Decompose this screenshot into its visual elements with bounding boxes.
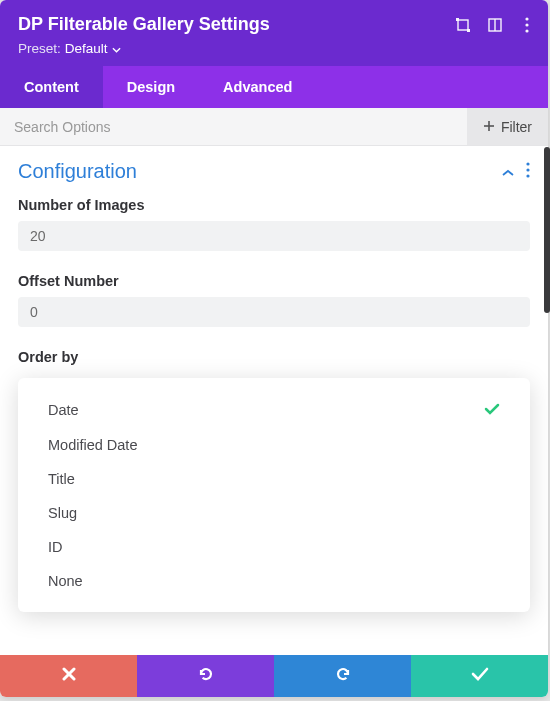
option-label: None (48, 573, 83, 589)
tab-content[interactable]: Content (0, 66, 103, 108)
scrollbar-thumb[interactable] (544, 147, 550, 313)
orderby-option-id[interactable]: ID (18, 530, 530, 564)
preset-row[interactable]: Preset: Default (18, 41, 530, 56)
svg-rect-0 (458, 20, 468, 30)
num-images-input[interactable] (18, 221, 530, 251)
section-title: Configuration (18, 160, 137, 183)
option-label: Slug (48, 505, 77, 521)
orderby-option-modified-date[interactable]: Modified Date (18, 428, 530, 462)
orderby-option-date[interactable]: Date (18, 392, 530, 428)
undo-icon (197, 665, 215, 688)
filter-label: Filter (501, 119, 532, 135)
svg-point-11 (526, 168, 529, 171)
collapse-icon[interactable] (502, 164, 514, 180)
svg-rect-2 (467, 29, 470, 32)
offset-input[interactable] (18, 297, 530, 327)
redo-icon (334, 665, 352, 688)
orderby-label: Order by (18, 349, 530, 365)
option-label: ID (48, 539, 63, 555)
offset-label: Offset Number (18, 273, 530, 289)
orderby-option-title[interactable]: Title (18, 462, 530, 496)
redo-button[interactable] (274, 655, 411, 697)
responsive-icon[interactable] (454, 16, 472, 34)
option-label: Modified Date (48, 437, 137, 453)
svg-point-10 (526, 162, 529, 165)
checkmark-icon (484, 401, 500, 419)
section-more-icon[interactable] (526, 162, 530, 182)
cancel-button[interactable] (0, 655, 137, 697)
plus-icon (483, 119, 495, 135)
more-icon[interactable] (518, 16, 536, 34)
svg-point-7 (525, 29, 528, 32)
option-label: Date (48, 402, 79, 418)
tab-design[interactable]: Design (103, 66, 199, 108)
orderby-dropdown: Date Modified Date Title Slug ID None (18, 378, 530, 612)
num-images-label: Number of Images (18, 197, 530, 213)
filter-button[interactable]: Filter (467, 108, 548, 145)
preset-label: Preset: (18, 41, 61, 56)
svg-point-6 (525, 23, 528, 26)
close-icon (62, 666, 76, 686)
svg-point-5 (525, 17, 528, 20)
preset-value: Default (65, 41, 108, 56)
orderby-option-slug[interactable]: Slug (18, 496, 530, 530)
caret-down-icon (112, 41, 121, 56)
svg-point-12 (526, 174, 529, 177)
svg-rect-1 (456, 18, 459, 21)
option-label: Title (48, 471, 75, 487)
columns-icon[interactable] (486, 16, 504, 34)
tab-advanced[interactable]: Advanced (199, 66, 316, 108)
checkmark-icon (471, 666, 489, 686)
undo-button[interactable] (137, 655, 274, 697)
save-button[interactable] (411, 655, 548, 697)
orderby-option-none[interactable]: None (18, 564, 530, 598)
search-input[interactable] (0, 108, 467, 145)
